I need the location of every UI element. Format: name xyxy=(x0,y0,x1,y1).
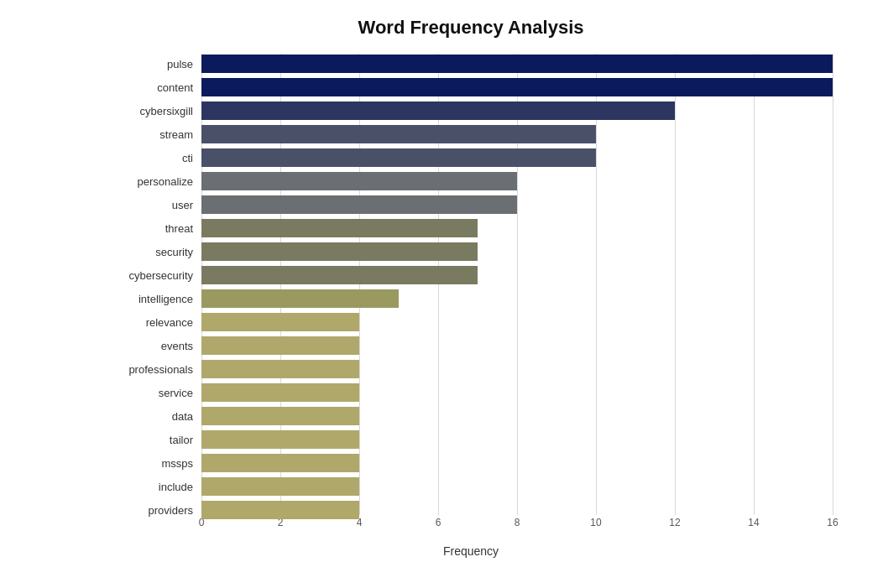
bar-row: events xyxy=(201,336,833,356)
bar xyxy=(201,219,478,237)
bar xyxy=(201,477,359,496)
bar-label: professionals xyxy=(109,363,201,376)
bar-row: service xyxy=(201,382,833,403)
bar-label: cti xyxy=(109,152,201,164)
bar xyxy=(201,242,478,261)
bar-row: security xyxy=(201,242,833,262)
chart-title: Word Frequency Analysis xyxy=(109,17,833,39)
bar-row: professionals xyxy=(201,359,833,379)
bar xyxy=(201,101,675,120)
bar xyxy=(201,383,359,402)
bar-row: tailor xyxy=(201,429,833,450)
bar-row: intelligence xyxy=(201,289,833,309)
bar xyxy=(201,172,517,190)
bar xyxy=(201,266,478,284)
bar-label: include xyxy=(109,481,201,493)
bar xyxy=(201,336,359,355)
bar-label: security xyxy=(109,246,201,258)
bar-row: data xyxy=(201,406,833,426)
bar-label: user xyxy=(109,199,201,211)
bar-row: cybersixgill xyxy=(201,101,833,121)
bar xyxy=(201,454,359,472)
bar-label: events xyxy=(109,340,201,352)
bars-container: pulsecontentcybersixgillstreamctipersona… xyxy=(201,54,833,520)
bar-label: cybersecurity xyxy=(109,269,201,282)
bar-label: intelligence xyxy=(109,293,201,305)
bar-row: cybersecurity xyxy=(201,265,833,285)
bar-row: mssps xyxy=(201,453,833,473)
x-axis-label: Frequency xyxy=(109,544,833,558)
bar-label: relevance xyxy=(109,316,201,329)
bar xyxy=(201,501,359,519)
bar xyxy=(201,125,596,143)
bar-label: stream xyxy=(109,128,201,141)
bar-label: pulse xyxy=(109,58,201,70)
bar-label: cybersixgill xyxy=(109,105,201,117)
bar-row: stream xyxy=(201,124,833,144)
bar xyxy=(201,148,596,167)
bar xyxy=(201,407,359,425)
bar-row: pulse xyxy=(201,54,833,74)
bar-label: personalize xyxy=(109,175,201,188)
bar-row: relevance xyxy=(201,312,833,332)
bar-label: content xyxy=(109,81,201,94)
bar-row: cti xyxy=(201,148,833,168)
bar xyxy=(201,289,399,308)
bar-row: content xyxy=(201,77,833,97)
bar-label: service xyxy=(109,387,201,399)
bar-label: tailor xyxy=(109,434,201,446)
bar-label: mssps xyxy=(109,457,201,470)
chart-container: Word Frequency Analysis pulsecontentcybe… xyxy=(0,0,883,588)
bar xyxy=(201,360,359,378)
bar-label: data xyxy=(109,410,201,423)
bar xyxy=(201,78,833,96)
bar xyxy=(201,313,359,331)
bar-row: include xyxy=(201,476,833,497)
bar-row: threat xyxy=(201,218,833,238)
bar-label: providers xyxy=(109,504,201,517)
bar xyxy=(201,195,517,214)
bar-row: personalize xyxy=(201,171,833,191)
bar-label: threat xyxy=(109,222,201,235)
bar-row: providers xyxy=(201,500,833,520)
bar xyxy=(201,55,833,73)
bar-row: user xyxy=(201,195,833,215)
bar xyxy=(201,430,359,449)
